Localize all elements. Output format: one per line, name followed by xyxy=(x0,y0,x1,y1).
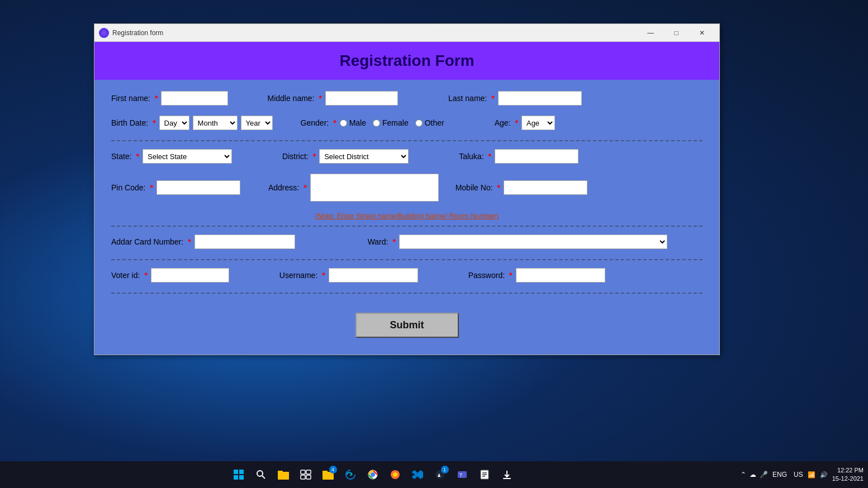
gender-male-label: Male xyxy=(349,118,366,127)
address-required: * xyxy=(303,183,306,192)
last-name-required: * xyxy=(491,94,494,103)
gender-other-option[interactable]: Other xyxy=(415,118,444,127)
close-button[interactable]: ✕ xyxy=(689,24,715,42)
voter-id-input[interactable] xyxy=(151,268,229,283)
voter-id-label: Voter id: xyxy=(111,271,140,280)
address-label: Address: xyxy=(268,183,299,192)
month-select[interactable]: Month xyxy=(193,116,238,130)
mobile-input[interactable] xyxy=(504,180,587,195)
divider-2 xyxy=(111,226,703,227)
mobile-required: * xyxy=(497,183,500,192)
minimize-button[interactable]: — xyxy=(638,24,663,42)
birth-date-group: Birth Date: * Day Month Year xyxy=(111,116,273,130)
window-title: Registration form xyxy=(112,29,638,37)
last-name-input[interactable] xyxy=(498,91,582,106)
ward-select[interactable] xyxy=(399,235,667,249)
vscode-icon[interactable] xyxy=(407,465,428,485)
edge-icon[interactable] xyxy=(340,465,361,485)
lang-region: ENG US xyxy=(772,471,803,479)
cloud-icon: ☁ xyxy=(750,471,756,479)
gender-female-option[interactable]: Female xyxy=(373,118,409,127)
lang-label: ENG xyxy=(772,471,787,479)
gender-label: Gender: xyxy=(301,118,329,127)
pincode-group: Pin Code: * xyxy=(111,180,240,195)
downloads-icon[interactable] xyxy=(497,465,517,485)
maximize-button[interactable]: □ xyxy=(663,24,689,42)
file-explorer-icon[interactable] xyxy=(273,465,293,485)
first-name-input[interactable] xyxy=(161,91,228,106)
first-name-required: * xyxy=(155,94,158,103)
ward-group: Ward: * xyxy=(368,235,667,249)
address-input[interactable] xyxy=(310,174,439,202)
volume-icon: 🔊 xyxy=(820,471,828,479)
first-name-label: First name: xyxy=(111,94,150,103)
gender-male-option[interactable]: Male xyxy=(340,118,366,127)
name-row: First name: * Middle name: * Last name: … xyxy=(111,91,703,106)
notepad-icon[interactable] xyxy=(475,465,495,485)
chrome-icon[interactable] xyxy=(363,465,383,485)
birth-date-required: * xyxy=(153,118,155,127)
address-note: (Note: Enter Street name/Building Name/ … xyxy=(111,212,703,220)
password-input[interactable] xyxy=(516,268,605,283)
svg-rect-6 xyxy=(278,472,289,480)
aadhar-label: Addar Card Number: xyxy=(111,237,183,246)
system-tray: ⌃ ☁ 🎤 xyxy=(741,471,768,479)
middle-name-input[interactable] xyxy=(325,91,398,106)
svg-rect-0 xyxy=(234,470,238,474)
age-select[interactable]: Age xyxy=(521,116,555,130)
task-view-icon[interactable] xyxy=(296,465,316,485)
gender-options: Male Female Other xyxy=(340,118,444,127)
gender-other-radio[interactable] xyxy=(415,119,423,127)
aadhar-group: Addar Card Number: * xyxy=(111,235,295,249)
middle-name-required: * xyxy=(319,94,322,103)
svg-rect-8 xyxy=(301,470,305,474)
day-select[interactable]: Day xyxy=(159,116,189,130)
taskbar-right: ⌃ ☁ 🎤 ENG US 📶 🔊 12:22 PM 15-12-2021 xyxy=(741,466,864,484)
mobile-label: Mobile No: xyxy=(456,183,493,192)
aadhar-input[interactable] xyxy=(195,235,295,249)
state-group: State: * Select State xyxy=(111,149,232,164)
gender-female-radio[interactable] xyxy=(373,119,380,127)
chevron-icon[interactable]: ⌃ xyxy=(741,471,746,479)
app-icon xyxy=(99,28,109,38)
password-required: * xyxy=(509,271,512,280)
aadhar-ward-row: Addar Card Number: * Ward: * xyxy=(111,235,703,249)
titlebar: Registration form — □ ✕ xyxy=(94,24,719,42)
gender-male-radio[interactable] xyxy=(340,119,347,127)
window-controls: — □ ✕ xyxy=(638,24,715,42)
taluka-required: * xyxy=(488,152,491,161)
svg-rect-13 xyxy=(322,471,328,473)
password-group: Password: * xyxy=(468,268,605,283)
start-button[interactable] xyxy=(229,465,249,485)
year-select[interactable]: Year xyxy=(241,116,273,130)
gender-required: * xyxy=(333,118,336,127)
svg-point-15 xyxy=(371,472,375,477)
teams-icon[interactable]: T xyxy=(452,465,472,485)
mic-icon: 🎤 xyxy=(760,471,768,479)
folder-icon[interactable]: 4 xyxy=(318,465,338,485)
search-taskbar-icon[interactable] xyxy=(251,465,271,485)
firefox-icon[interactable] xyxy=(385,465,405,485)
state-required: * xyxy=(136,152,139,161)
voter-id-required: * xyxy=(144,271,147,280)
folder-badge: 4 xyxy=(329,466,337,473)
svg-line-5 xyxy=(262,476,265,479)
svg-rect-11 xyxy=(306,475,311,479)
pincode-input[interactable] xyxy=(156,180,240,195)
svg-rect-10 xyxy=(301,475,305,479)
divider-1 xyxy=(111,140,703,141)
form-header: Registration Form xyxy=(94,42,719,80)
dob-gender-row: Birth Date: * Day Month Year Gender: * xyxy=(111,116,703,130)
last-name-group: Last name: * xyxy=(448,91,582,106)
district-select[interactable]: Select District xyxy=(319,149,409,164)
submit-button[interactable]: Submit xyxy=(355,313,459,338)
taskbar: 4 xyxy=(0,461,868,488)
taluka-input[interactable] xyxy=(495,149,578,164)
address-group: Address: * xyxy=(268,174,439,202)
steam-icon[interactable]: ♟ 1 xyxy=(430,465,450,485)
credentials-row: Voter id: * Username: * Password: * xyxy=(111,268,703,283)
state-select[interactable]: Select State xyxy=(143,149,232,164)
username-input[interactable] xyxy=(329,268,418,283)
svg-rect-1 xyxy=(239,470,244,474)
username-required: * xyxy=(322,271,325,280)
